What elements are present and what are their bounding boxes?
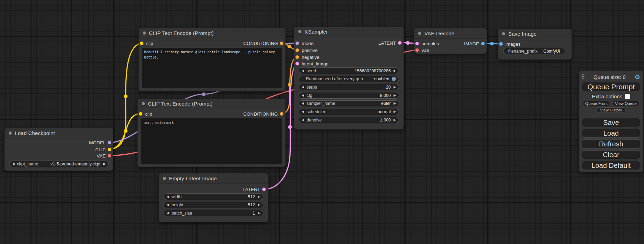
slot-label: clip <box>145 111 152 117</box>
slot-dot-latent[interactable] <box>398 41 402 45</box>
next-value-icon[interactable] <box>258 212 260 215</box>
input-slot-latent-image: latent_image <box>294 60 328 67</box>
node-title-bar[interactable]: VAE Decode <box>414 28 487 39</box>
queue-front-button[interactable]: Queue Front <box>583 101 610 106</box>
slot-dot-conditioning[interactable] <box>280 42 283 45</box>
slot-dot-latent[interactable] <box>295 62 299 65</box>
seed-widget[interactable]: seed 156680208700286 <box>299 67 399 74</box>
node-title: Load Checkpoint <box>15 130 55 136</box>
collapse-dot-icon[interactable] <box>502 32 505 35</box>
cfg-widget[interactable]: cfg 8.000 <box>299 92 399 99</box>
collapse-dot-icon[interactable] <box>9 132 12 135</box>
input-slot-negative: negative <box>294 54 319 61</box>
slot-label: CONDITIONING <box>243 111 278 117</box>
slot-dot-vae[interactable] <box>415 48 419 52</box>
view-history-button[interactable]: View History <box>597 107 626 113</box>
next-value-icon[interactable] <box>394 119 396 121</box>
prev-value-icon[interactable] <box>302 86 304 89</box>
collapse-dot-icon[interactable] <box>142 102 145 105</box>
node-title: CLIP Text Encode (Prompt) <box>148 101 213 107</box>
drag-handle-icon[interactable] <box>582 74 585 80</box>
node-title: CLIP Text Encode (Prompt) <box>149 30 214 36</box>
next-value-icon[interactable] <box>258 204 260 206</box>
prev-value-icon[interactable] <box>302 119 304 121</box>
view-queue-button[interactable]: View Queue <box>612 101 639 106</box>
next-value-icon[interactable] <box>394 94 396 97</box>
node-title-bar[interactable]: KSampler <box>294 27 404 37</box>
next-value-icon[interactable] <box>103 163 106 165</box>
prev-value-icon[interactable] <box>302 110 304 113</box>
prev-value-icon[interactable] <box>12 163 15 165</box>
height-widget[interactable]: height 512 <box>164 202 263 208</box>
input-slot-positive: positive <box>294 47 318 54</box>
node-graph-canvas[interactable]: Load Checkpoint MODEL CLIP VAE ckpt_name… <box>0 0 644 244</box>
toggle-on-icon[interactable] <box>392 77 396 81</box>
prev-value-icon[interactable] <box>302 102 304 105</box>
widget-label: scheduler <box>307 109 325 114</box>
node-title-bar[interactable]: Empty Latent Image <box>159 173 268 184</box>
node-title-bar[interactable]: Load Checkpoint <box>5 128 113 138</box>
collapse-dot-icon[interactable] <box>143 31 146 35</box>
scheduler-widget[interactable]: scheduler normal <box>299 109 399 115</box>
negative-prompt-textarea[interactable]: text, watermark <box>141 118 282 164</box>
slot-dot-conditioning[interactable] <box>295 48 299 52</box>
collapse-dot-icon[interactable] <box>298 30 301 33</box>
slot-dot-conditioning[interactable] <box>280 112 283 116</box>
widget-value: 1 <box>253 211 255 216</box>
slot-label: vae <box>422 48 429 53</box>
random-seed-toggle-widget[interactable]: Random seed after every gen enabled <box>299 76 399 82</box>
prev-value-icon[interactable] <box>302 70 304 72</box>
slot-dot-vae[interactable] <box>108 154 111 157</box>
slot-label: MODEL <box>89 140 106 145</box>
sampler-name-widget[interactable]: sampler_name euler <box>299 100 399 107</box>
prev-value-icon[interactable] <box>167 196 169 198</box>
denoise-widget[interactable]: denoise 1.000 <box>299 117 399 123</box>
prev-value-icon[interactable] <box>167 212 169 215</box>
slot-label: VAE <box>97 153 106 159</box>
slot-dot-clip[interactable] <box>108 148 111 151</box>
slot-dot-clip[interactable] <box>139 112 142 116</box>
node-title-bar[interactable]: CLIP Text Encode (Prompt) <box>138 99 285 109</box>
widget-label: height <box>171 202 183 207</box>
steps-widget[interactable]: steps 20 <box>299 84 399 90</box>
filename-prefix-widget[interactable]: filename_prefix ComfyUI <box>503 48 565 54</box>
next-value-icon[interactable] <box>394 102 396 105</box>
ckpt-name-widget[interactable]: ckpt_name v1-5-pruned-emaonly.ckpt <box>9 161 109 167</box>
slot-dot-image[interactable] <box>499 42 503 46</box>
batch-size-widget[interactable]: batch_size 1 <box>164 210 263 216</box>
clear-button[interactable]: Clear <box>582 150 640 159</box>
slot-dot-latent[interactable] <box>415 42 419 45</box>
link-midpoint-dot <box>288 45 291 48</box>
prev-value-icon[interactable] <box>167 204 169 206</box>
slot-dot-clip[interactable] <box>140 42 143 45</box>
positive-prompt-textarea[interactable]: beautiful scenery nature glass bottle la… <box>142 48 282 88</box>
slot-dot-image[interactable] <box>481 42 485 45</box>
slot-label: CLIP <box>95 147 106 152</box>
queue-prompt-button[interactable]: Queue Prompt <box>582 82 640 91</box>
slot-label: clip <box>146 41 153 46</box>
widget-value: v1-5-pruned-emaonly.ckpt <box>51 162 100 166</box>
next-value-icon[interactable] <box>394 86 396 89</box>
slot-dot-latent[interactable] <box>262 188 266 191</box>
width-widget[interactable]: width 512 <box>164 193 263 200</box>
node-title-bar[interactable]: Save Image <box>498 29 572 39</box>
slot-dot-conditioning[interactable] <box>295 55 299 59</box>
node-title: KSampler <box>305 29 328 35</box>
node-title-bar[interactable]: CLIP Text Encode (Prompt) <box>139 28 285 38</box>
node-ksampler: KSampler model positive negative latent_… <box>294 27 404 129</box>
collapse-dot-icon[interactable] <box>418 32 421 35</box>
slot-dot-model[interactable] <box>108 141 111 144</box>
next-value-icon[interactable] <box>394 70 396 72</box>
input-slot-model: model <box>294 40 315 47</box>
next-value-icon[interactable] <box>394 110 396 113</box>
load-button[interactable]: Load <box>582 129 640 138</box>
load-default-button[interactable]: Load Default <box>582 161 640 170</box>
slot-dot-model[interactable] <box>295 42 299 45</box>
gear-icon[interactable]: ⚙ <box>634 74 640 80</box>
collapse-dot-icon[interactable] <box>163 177 166 180</box>
refresh-button[interactable]: Refresh <box>582 139 640 148</box>
next-value-icon[interactable] <box>258 196 260 198</box>
save-button[interactable]: Save <box>582 118 640 127</box>
extra-options-checkbox[interactable] <box>625 94 630 99</box>
prev-value-icon[interactable] <box>302 94 304 97</box>
